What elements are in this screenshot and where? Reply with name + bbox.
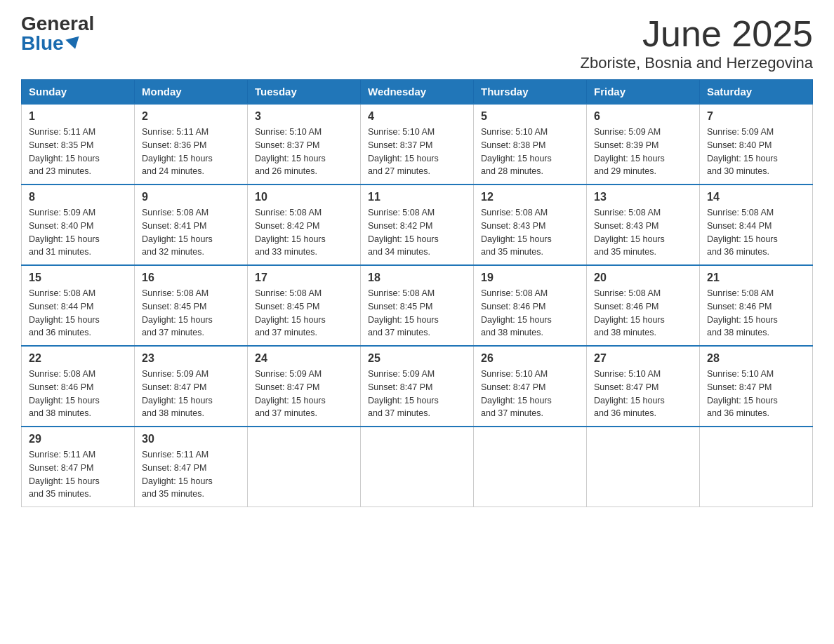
day-info: Sunrise: 5:10 AMSunset: 8:47 PMDaylight:… xyxy=(594,369,665,418)
calendar-cell: 22 Sunrise: 5:08 AMSunset: 8:46 PMDaylig… xyxy=(22,346,135,427)
calendar-cell: 1 Sunrise: 5:11 AMSunset: 8:35 PMDayligh… xyxy=(22,104,135,185)
calendar-cell: 2 Sunrise: 5:11 AMSunset: 8:36 PMDayligh… xyxy=(135,104,248,185)
day-info: Sunrise: 5:10 AMSunset: 8:47 PMDaylight:… xyxy=(481,369,552,418)
day-number: 16 xyxy=(142,271,240,284)
calendar-cell: 25 Sunrise: 5:09 AMSunset: 8:47 PMDaylig… xyxy=(361,346,474,427)
calendar-cell: 18 Sunrise: 5:08 AMSunset: 8:45 PMDaylig… xyxy=(361,265,474,346)
day-number: 30 xyxy=(142,433,240,445)
day-number: 12 xyxy=(481,191,579,203)
day-info: Sunrise: 5:10 AMSunset: 8:38 PMDaylight:… xyxy=(481,127,552,176)
calendar-cell xyxy=(361,427,474,507)
day-number: 22 xyxy=(29,352,127,365)
calendar-cell: 27 Sunrise: 5:10 AMSunset: 8:47 PMDaylig… xyxy=(587,346,700,427)
header-thursday: Thursday xyxy=(474,80,587,105)
day-info: Sunrise: 5:08 AMSunset: 8:44 PMDaylight:… xyxy=(707,208,778,257)
day-info: Sunrise: 5:08 AMSunset: 8:46 PMDaylight:… xyxy=(707,288,778,337)
day-info: Sunrise: 5:08 AMSunset: 8:45 PMDaylight:… xyxy=(142,288,213,337)
day-number: 10 xyxy=(255,191,353,203)
day-info: Sunrise: 5:10 AMSunset: 8:47 PMDaylight:… xyxy=(707,369,778,418)
day-number: 13 xyxy=(594,191,692,203)
day-info: Sunrise: 5:11 AMSunset: 8:47 PMDaylight:… xyxy=(29,450,100,499)
day-info: Sunrise: 5:08 AMSunset: 8:43 PMDaylight:… xyxy=(594,208,665,257)
day-info: Sunrise: 5:08 AMSunset: 8:42 PMDaylight:… xyxy=(368,208,439,257)
calendar-cell: 19 Sunrise: 5:08 AMSunset: 8:46 PMDaylig… xyxy=(474,265,587,346)
calendar-cell: 21 Sunrise: 5:08 AMSunset: 8:46 PMDaylig… xyxy=(700,265,813,346)
location-title: Zboriste, Bosnia and Herzegovina xyxy=(581,54,813,72)
logo-triangle-icon xyxy=(65,36,81,51)
day-number: 28 xyxy=(707,352,805,365)
day-info: Sunrise: 5:11 AMSunset: 8:36 PMDaylight:… xyxy=(142,127,213,176)
day-info: Sunrise: 5:08 AMSunset: 8:46 PMDaylight:… xyxy=(481,288,552,337)
calendar-cell: 14 Sunrise: 5:08 AMSunset: 8:44 PMDaylig… xyxy=(700,185,813,265)
day-number: 27 xyxy=(594,352,692,365)
calendar-cell: 26 Sunrise: 5:10 AMSunset: 8:47 PMDaylig… xyxy=(474,346,587,427)
day-number: 6 xyxy=(594,110,692,123)
page-header: General Blue June 2025 Zboriste, Bosnia … xyxy=(21,14,813,72)
title-block: June 2025 Zboriste, Bosnia and Herzegovi… xyxy=(581,14,813,72)
day-number: 20 xyxy=(594,271,692,284)
day-info: Sunrise: 5:09 AMSunset: 8:40 PMDaylight:… xyxy=(29,208,100,257)
calendar-week-5: 29 Sunrise: 5:11 AMSunset: 8:47 PMDaylig… xyxy=(22,427,813,507)
month-title: June 2025 xyxy=(581,14,813,54)
calendar-cell: 12 Sunrise: 5:08 AMSunset: 8:43 PMDaylig… xyxy=(474,185,587,265)
day-info: Sunrise: 5:08 AMSunset: 8:41 PMDaylight:… xyxy=(142,208,213,257)
calendar-cell: 30 Sunrise: 5:11 AMSunset: 8:47 PMDaylig… xyxy=(135,427,248,507)
calendar-week-2: 8 Sunrise: 5:09 AMSunset: 8:40 PMDayligh… xyxy=(22,185,813,265)
day-info: Sunrise: 5:08 AMSunset: 8:43 PMDaylight:… xyxy=(481,208,552,257)
day-info: Sunrise: 5:08 AMSunset: 8:44 PMDaylight:… xyxy=(29,288,100,337)
calendar-cell: 16 Sunrise: 5:08 AMSunset: 8:45 PMDaylig… xyxy=(135,265,248,346)
day-info: Sunrise: 5:08 AMSunset: 8:46 PMDaylight:… xyxy=(29,369,100,418)
day-info: Sunrise: 5:08 AMSunset: 8:46 PMDaylight:… xyxy=(594,288,665,337)
day-info: Sunrise: 5:10 AMSunset: 8:37 PMDaylight:… xyxy=(368,127,439,176)
logo-general-text: General xyxy=(21,14,94,34)
calendar-body: 1 Sunrise: 5:11 AMSunset: 8:35 PMDayligh… xyxy=(22,104,813,507)
calendar-cell: 8 Sunrise: 5:09 AMSunset: 8:40 PMDayligh… xyxy=(22,185,135,265)
calendar-week-4: 22 Sunrise: 5:08 AMSunset: 8:46 PMDaylig… xyxy=(22,346,813,427)
calendar-cell: 17 Sunrise: 5:08 AMSunset: 8:45 PMDaylig… xyxy=(248,265,361,346)
day-number: 1 xyxy=(29,110,127,123)
day-info: Sunrise: 5:11 AMSunset: 8:35 PMDaylight:… xyxy=(29,127,100,176)
calendar-cell xyxy=(700,427,813,507)
day-info: Sunrise: 5:11 AMSunset: 8:47 PMDaylight:… xyxy=(142,450,213,499)
calendar-cell: 3 Sunrise: 5:10 AMSunset: 8:37 PMDayligh… xyxy=(248,104,361,185)
day-number: 26 xyxy=(481,352,579,365)
calendar-cell: 9 Sunrise: 5:08 AMSunset: 8:41 PMDayligh… xyxy=(135,185,248,265)
calendar-cell: 11 Sunrise: 5:08 AMSunset: 8:42 PMDaylig… xyxy=(361,185,474,265)
calendar-cell: 28 Sunrise: 5:10 AMSunset: 8:47 PMDaylig… xyxy=(700,346,813,427)
day-info: Sunrise: 5:09 AMSunset: 8:47 PMDaylight:… xyxy=(255,369,326,418)
header-saturday: Saturday xyxy=(700,80,813,105)
calendar-cell: 6 Sunrise: 5:09 AMSunset: 8:39 PMDayligh… xyxy=(587,104,700,185)
calendar-cell: 20 Sunrise: 5:08 AMSunset: 8:46 PMDaylig… xyxy=(587,265,700,346)
day-info: Sunrise: 5:09 AMSunset: 8:39 PMDaylight:… xyxy=(594,127,665,176)
day-number: 8 xyxy=(29,191,127,203)
logo: General Blue xyxy=(21,14,94,53)
header-sunday: Sunday xyxy=(22,80,135,105)
day-number: 23 xyxy=(142,352,240,365)
day-number: 19 xyxy=(481,271,579,284)
logo-blue-text: Blue xyxy=(21,34,81,53)
day-info: Sunrise: 5:08 AMSunset: 8:42 PMDaylight:… xyxy=(255,208,326,257)
calendar-week-1: 1 Sunrise: 5:11 AMSunset: 8:35 PMDayligh… xyxy=(22,104,813,185)
day-number: 21 xyxy=(707,271,805,284)
day-number: 14 xyxy=(707,191,805,203)
day-number: 25 xyxy=(368,352,466,365)
calendar-cell xyxy=(248,427,361,507)
calendar-cell: 5 Sunrise: 5:10 AMSunset: 8:38 PMDayligh… xyxy=(474,104,587,185)
day-number: 11 xyxy=(368,191,466,203)
weekday-header-row: Sunday Monday Tuesday Wednesday Thursday… xyxy=(22,80,813,105)
day-number: 24 xyxy=(255,352,353,365)
day-number: 17 xyxy=(255,271,353,284)
day-info: Sunrise: 5:08 AMSunset: 8:45 PMDaylight:… xyxy=(368,288,439,337)
calendar-cell: 15 Sunrise: 5:08 AMSunset: 8:44 PMDaylig… xyxy=(22,265,135,346)
day-number: 7 xyxy=(707,110,805,123)
day-info: Sunrise: 5:08 AMSunset: 8:45 PMDaylight:… xyxy=(255,288,326,337)
day-number: 29 xyxy=(29,433,127,445)
calendar-week-3: 15 Sunrise: 5:08 AMSunset: 8:44 PMDaylig… xyxy=(22,265,813,346)
day-number: 5 xyxy=(481,110,579,123)
header-friday: Friday xyxy=(587,80,700,105)
day-info: Sunrise: 5:09 AMSunset: 8:47 PMDaylight:… xyxy=(142,369,213,418)
calendar-cell: 7 Sunrise: 5:09 AMSunset: 8:40 PMDayligh… xyxy=(700,104,813,185)
calendar-cell: 24 Sunrise: 5:09 AMSunset: 8:47 PMDaylig… xyxy=(248,346,361,427)
calendar-cell: 23 Sunrise: 5:09 AMSunset: 8:47 PMDaylig… xyxy=(135,346,248,427)
calendar-header: Sunday Monday Tuesday Wednesday Thursday… xyxy=(22,80,813,105)
